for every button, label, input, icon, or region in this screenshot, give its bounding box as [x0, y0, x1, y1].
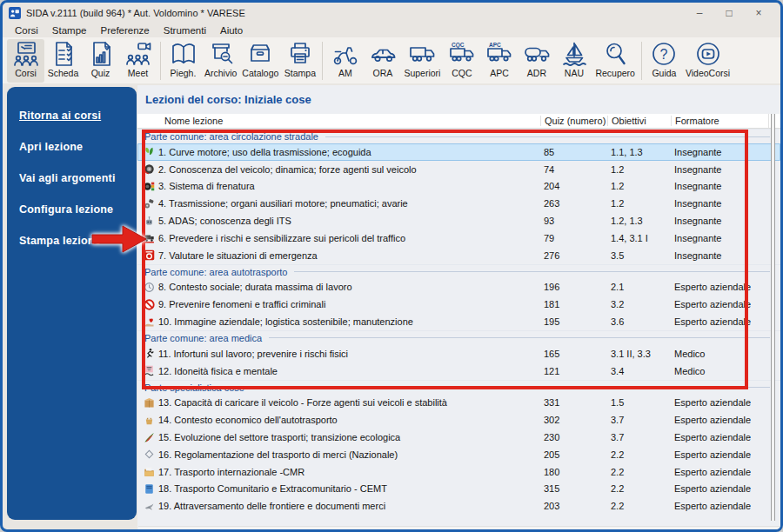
menu-stampe[interactable]: Stampe	[45, 24, 94, 37]
clock-icon	[137, 282, 156, 293]
section-label: Parte comune: area autotrasporto	[144, 267, 287, 277]
lesson-row[interactable]: 6. Prevedere i rischi e sensibilizzare s…	[137, 229, 780, 247]
title-bar: SIDA v.2111 (build 964) * Aut. Voldomino…	[3, 3, 780, 21]
page-title: Lezioni del corso: Iniziale cose	[145, 93, 311, 106]
lesson-quiz-count: 331	[540, 397, 607, 408]
lesson-obiettivi: 3.2	[607, 299, 671, 309]
toolbar-scheda[interactable]: Scheda	[44, 39, 82, 83]
column-header-formatore[interactable]: Formatore	[671, 116, 768, 126]
toolbar-label: Stampa	[284, 68, 316, 78]
lesson-row[interactable]: 8. Contesto sociale; durata massima di l…	[137, 279, 780, 296]
sidebar-item-vai-agli-argomenti[interactable]: Vai agli argomenti	[19, 172, 137, 184]
printer-icon	[286, 40, 314, 68]
lesson-formatore: Insegnante	[671, 216, 768, 226]
lesson-obiettivi: 1.2, 1.3	[607, 216, 671, 226]
toolbar-separator	[322, 42, 323, 80]
lesson-formatore: Esperto aziendale	[671, 316, 768, 327]
lesson-quiz-count: 276	[540, 250, 607, 261]
lesson-obiettivi: 3.7	[607, 415, 671, 425]
lesson-quiz-count: 196	[540, 282, 607, 292]
lesson-row[interactable]: 5. ADAS; conoscenza degli ITS931.2, 1.3I…	[137, 212, 780, 229]
toolbar-meet[interactable]: Meet	[119, 39, 157, 83]
lesson-formatore: Insegnante	[671, 233, 768, 243]
lesson-formatore: Medico	[671, 366, 768, 376]
toolbar-ora[interactable]: ORA	[364, 39, 401, 83]
main-panel: Lezioni del corso: Iniziale cose Nome le…	[137, 85, 780, 532]
horizontal-scrollbar[interactable]	[138, 526, 780, 531]
sidebar-item-apri-lezione[interactable]: Apri lezione	[19, 141, 137, 153]
toolbar-videocorsi[interactable]: VideoCorsi	[683, 39, 733, 83]
lesson-row[interactable]: 7. Valutare le situazioni di emergenza27…	[137, 247, 780, 264]
toolbar-recupero[interactable]: Recupero	[592, 39, 638, 83]
menu-strumenti[interactable]: Strumenti	[157, 24, 213, 37]
minimize-button[interactable]: –	[685, 7, 714, 19]
toolbar-piegh[interactable]: Piegh.	[164, 39, 202, 83]
app-logo-icon	[9, 7, 21, 19]
lesson-row[interactable]: 17. Trasporto internazionale -CMR1802.2E…	[137, 463, 780, 481]
lesson-row[interactable]: 10. Immagine aziendale; logistica sosten…	[137, 313, 780, 330]
lesson-row[interactable]: 9. Prevenire fenomeni e traffici crimina…	[137, 296, 780, 313]
lesson-formatore: Insegnante	[671, 250, 768, 261]
toolbar-label: Quiz	[91, 68, 110, 78]
svg-text:?: ?	[660, 47, 668, 62]
toolbar-label: Catalogo	[242, 68, 278, 78]
toolbar-apc[interactable]: APCAPC	[480, 39, 518, 83]
toolbar-label: AM	[338, 68, 352, 78]
lesson-obiettivi: 3.1 II, 3.3	[607, 349, 671, 359]
lesson-row[interactable]: 15. Evoluzione del settore trasporti; tr…	[137, 429, 780, 446]
maximize-button[interactable]: □	[714, 7, 744, 19]
eco-pen-icon	[137, 432, 156, 443]
lesson-row[interactable]: 12. Idoneità fisica e mentale1213.4Medic…	[137, 362, 780, 380]
toolbar-separator	[160, 42, 161, 80]
sidebar-item-stampa-lezione[interactable]: Stampa lezione	[19, 235, 137, 247]
lessons-table-body: Parte comune: area circolazione stradale…	[137, 129, 780, 515]
column-header-quiz-numero[interactable]: Quiz (numero)	[540, 116, 607, 126]
toolbar-archivio[interactable]: Archivio	[202, 39, 239, 83]
steering-wheel-icon	[137, 163, 156, 175]
lesson-row[interactable]: 18. Trasporto Comunitario e Extracomunit…	[137, 481, 780, 498]
close-button[interactable]: ×	[744, 7, 773, 19]
lesson-name: 19. Attraversamento delle frontiere e do…	[156, 501, 540, 511]
section-label: Parte specialistica cose	[144, 382, 244, 393]
toolbar-corsi[interactable]: Corsi	[7, 39, 44, 83]
basket-icon	[137, 415, 156, 426]
lesson-name: 6. Prevedere i rischi e sensibilizzare s…	[156, 233, 540, 243]
menu-preferenze[interactable]: Preferenze	[93, 24, 156, 37]
lesson-obiettivi: 2.2	[607, 483, 671, 494]
lesson-formatore: Esperto aziendale	[671, 415, 768, 425]
menu-aiuto[interactable]: Aiuto	[213, 24, 250, 37]
lesson-name: 13. Capacità di caricare il veicolo - Fo…	[156, 397, 540, 408]
lesson-row[interactable]: 11. Infortuni sul lavoro; prevenire i ri…	[137, 345, 780, 362]
lesson-row[interactable]: 3. Sistema di frenatura2041.2Insegnante	[137, 178, 780, 196]
lesson-row[interactable]: 4. Trasmissione; organi ausiliari motore…	[137, 195, 780, 212]
toolbar-stampa[interactable]: Stampa	[281, 39, 318, 83]
toolbar-nau[interactable]: NAU	[555, 39, 592, 83]
lesson-row[interactable]: 19. Attraversamento delle frontiere e do…	[137, 497, 780, 515]
lesson-row[interactable]: 16. Regolamentazione del trasporto di me…	[137, 446, 780, 463]
lesson-obiettivi: 1.5	[607, 397, 671, 408]
lesson-row[interactable]: 2. Conoscenza del veicolo; dinamica; for…	[137, 161, 780, 178]
lesson-row[interactable]: 14. Contesto economico dell'autotrasport…	[137, 411, 780, 429]
toolbar-am[interactable]: AM	[326, 39, 364, 83]
column-header-nome-lezione[interactable]: Nome lezione	[137, 116, 540, 126]
menu-corsi[interactable]: Corsi	[8, 24, 45, 37]
toolbar-label: Recupero	[595, 68, 635, 78]
toolbar-guida[interactable]: ?Guida	[646, 39, 683, 83]
lesson-quiz-count: 315	[540, 483, 607, 494]
adas-robot-icon	[137, 216, 156, 227]
toolbar-quiz[interactable]: Quiz	[82, 39, 119, 83]
eye-test-icon	[137, 365, 156, 376]
sidebar-item-configura-lezione[interactable]: Configura lezione	[19, 203, 137, 216]
sidebar-item-ritorna-ai-corsi[interactable]: Ritorna ai corsi	[19, 110, 137, 122]
toolbar-cqc[interactable]: CQCCQC	[443, 39, 480, 83]
lesson-formatore: Esperto aziendale	[671, 282, 768, 292]
lesson-row[interactable]: 13. Capacità di caricare il veicolo - Fo…	[137, 395, 780, 412]
toolbar-adr[interactable]: ADR	[518, 39, 555, 83]
lesson-row[interactable]: 1. Curve motore; uso della trasmissione;…	[137, 143, 780, 161]
lesson-name: 3. Sistema di frenatura	[156, 181, 540, 191]
toolbar-catalogo[interactable]: Catalogo	[239, 39, 281, 83]
lesson-obiettivi: 1.2	[607, 181, 671, 191]
toolbar-superiori[interactable]: Superiori	[401, 39, 443, 83]
vertical-scrollbar[interactable]	[771, 114, 775, 521]
column-header-obiettivi[interactable]: Obiettivi	[607, 116, 671, 126]
